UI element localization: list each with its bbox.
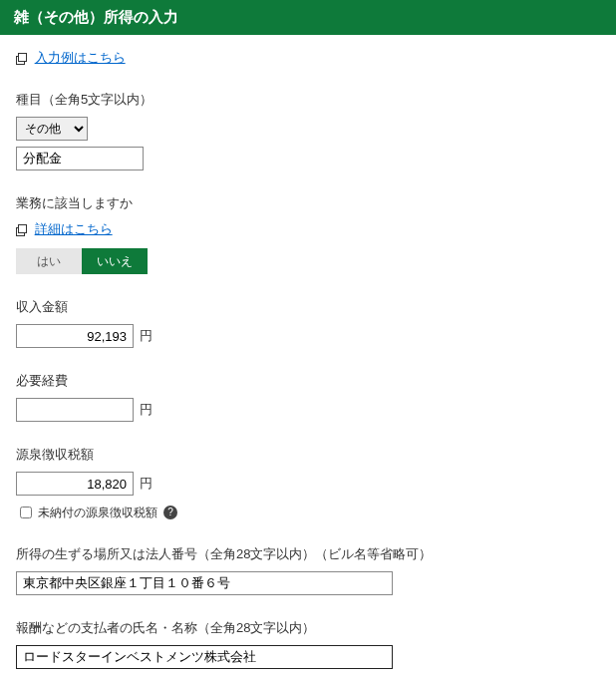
popup-icon <box>16 53 27 63</box>
income-label: 収入金額 <box>16 298 600 316</box>
unpaid-withholding-label: 未納付の源泉徴収税額 <box>38 505 157 521</box>
category-select[interactable]: その他 <box>16 117 88 141</box>
income-unit: 円 <box>140 327 153 345</box>
business-label: 業務に該当しますか <box>16 194 600 212</box>
example-link[interactable]: 入力例はこちら <box>35 50 126 65</box>
withholding-unit: 円 <box>140 475 153 493</box>
page-title: 雑（その他）所得の入力 <box>0 0 616 35</box>
business-yes-button[interactable]: はい <box>16 248 82 274</box>
help-icon[interactable]: ? <box>163 506 177 519</box>
place-label: 所得の生ずる場所又は法人番号（全角28文字以内）（ビル名等省略可） <box>16 545 600 563</box>
income-input[interactable] <box>16 324 134 348</box>
category-label: 種目（全角5文字以内） <box>16 91 600 109</box>
withholding-input[interactable] <box>16 472 134 496</box>
withholding-label: 源泉徴収税額 <box>16 446 600 464</box>
expense-label: 必要経費 <box>16 372 600 390</box>
business-no-button[interactable]: いいえ <box>82 248 148 274</box>
business-detail-link[interactable]: 詳細はこちら <box>35 221 113 236</box>
place-input[interactable] <box>16 571 393 595</box>
business-toggle: はい いいえ <box>16 248 600 274</box>
popup-icon <box>16 224 27 234</box>
payer-label: 報酬などの支払者の氏名・名称（全角28文字以内） <box>16 619 600 637</box>
category-detail-input[interactable] <box>16 147 144 170</box>
expense-unit: 円 <box>140 401 153 419</box>
unpaid-withholding-checkbox[interactable] <box>20 507 32 518</box>
payer-input[interactable] <box>16 645 393 669</box>
expense-input[interactable] <box>16 398 134 422</box>
